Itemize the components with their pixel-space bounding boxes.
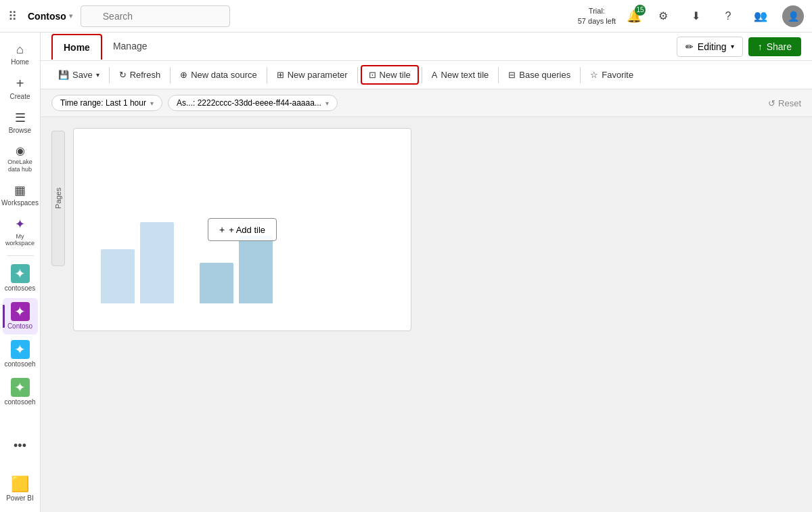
share-button[interactable]: ↑ Share: [748, 37, 801, 56]
reset-icon: ↺: [768, 98, 775, 108]
sidebar-item-more[interactable]: •••: [3, 429, 38, 462]
sidebar-item-workspaces[interactable]: ▦ Workspaces: [3, 179, 38, 211]
new-datasource-button[interactable]: ⊕ New data source: [173, 66, 264, 83]
grid-icon[interactable]: ⠿: [8, 9, 17, 24]
bar-2: [140, 222, 174, 303]
add-tile-plus-icon: +: [219, 224, 225, 235]
sidebar-item-contosoeh2[interactable]: ✦ contosoeh: [3, 374, 38, 410]
toolbar-sep-5: [422, 67, 422, 83]
notifications-button[interactable]: 🔔 15: [627, 9, 641, 24]
sidebar: ⌂ Home + Create ☰ Browse ◉ OneLakedata h…: [0, 33, 41, 512]
sidebar-label-powerbi: Power BI: [6, 494, 34, 503]
toolbar-sep-3: [267, 67, 267, 83]
toolbar-sep-2: [170, 67, 171, 83]
avatar[interactable]: 👤: [782, 5, 804, 27]
sidebar-item-onelake[interactable]: ◉ OneLakedata hub: [3, 140, 38, 177]
text-tile-icon: A: [432, 70, 438, 80]
editing-button[interactable]: ✏ Editing ▾: [677, 37, 743, 57]
tab-manage-label: Manage: [113, 41, 148, 51]
sidebar-item-myworkspace[interactable]: ✦ Myworkspace: [3, 213, 38, 252]
sidebar-item-contosoeh1[interactable]: ✦ contosoeh: [3, 336, 38, 372]
onelake-icon: ◉: [16, 144, 25, 157]
new-text-tile-button[interactable]: A New text tile: [425, 66, 495, 83]
star-icon: ☆: [590, 70, 598, 80]
toolbar-sep-1: [109, 67, 110, 83]
editing-label: Editing: [698, 41, 727, 52]
tile-icon: ⊡: [369, 70, 376, 80]
sidebar-item-contosoes1[interactable]: ✦ contosoes: [3, 260, 38, 297]
contosoes1-icon: ✦: [11, 264, 30, 283]
powerbi-icon: 🟨: [11, 475, 29, 493]
reset-button[interactable]: ↺ Reset: [768, 98, 801, 108]
time-range-label: Time range: Last 1 hour: [60, 98, 146, 108]
more-icon: •••: [14, 439, 26, 453]
save-chevron-icon: ▾: [96, 71, 99, 79]
bar-3: [200, 263, 233, 303]
contosoeh1-icon: ✦: [11, 340, 30, 359]
tab-manage[interactable]: Manage: [102, 33, 158, 61]
search-input[interactable]: [81, 5, 230, 27]
people-button[interactable]: 👥: [750, 5, 771, 27]
asset-chevron: ▾: [325, 100, 329, 107]
reset-label: Reset: [778, 98, 801, 108]
share-label: Share: [767, 41, 792, 52]
pages-handle-label: Pages: [54, 188, 62, 209]
new-parameter-button[interactable]: ⊞ New parameter: [270, 66, 355, 83]
asset-filter[interactable]: As...: 2222cccc-33dd-eeee-ff44-aaaaa... …: [168, 95, 338, 111]
add-tile-label: + Add tile: [229, 225, 265, 235]
add-tile-button[interactable]: + + Add tile: [208, 218, 277, 241]
parameter-icon: ⊞: [277, 70, 284, 80]
sidebar-item-home[interactable]: ⌂ Home: [3, 38, 38, 70]
gear-icon: ⚙: [658, 9, 668, 22]
sidebar-label-home: Home: [11, 58, 29, 66]
people-icon: 👥: [754, 9, 767, 22]
save-button[interactable]: 💾 Save ▾: [51, 66, 106, 83]
favorite-label: Favorite: [602, 70, 633, 80]
new-tile-button[interactable]: ⊡ New tile: [361, 65, 419, 85]
org-chevron-icon: ▾: [69, 12, 72, 20]
sidebar-item-create[interactable]: + Create: [3, 72, 38, 105]
toolbar-sep-4: [357, 67, 358, 83]
dashboard-area: Pages + + Add tile: [41, 117, 812, 512]
top-right-actions: ✏ Editing ▾ ↑ Share: [677, 37, 801, 57]
sidebar-label-browse: Browse: [9, 127, 31, 135]
sidebar-label-myworkspace: Myworkspace: [5, 233, 35, 248]
sidebar-item-contoso-active[interactable]: ✦ Contoso: [3, 298, 38, 335]
help-icon: ?: [725, 10, 731, 22]
sidebar-item-powerbi[interactable]: 🟨 Power BI: [3, 471, 38, 507]
new-parameter-label: New parameter: [288, 70, 348, 80]
download-button[interactable]: ⬇: [685, 5, 706, 27]
share-icon: ↑: [758, 41, 763, 52]
top-bar: ⠿ Contoso ▾ 🔍 Trial: 57 days left 🔔 15 ⚙…: [0, 0, 812, 33]
workspaces-icon: ▦: [14, 183, 26, 198]
toolbar-sep-7: [580, 67, 581, 83]
sidebar-divider: [7, 255, 34, 256]
asset-label: As...: 2222cccc-33dd-eeee-ff44-aaaaa...: [177, 98, 321, 108]
org-switcher[interactable]: Contoso ▾: [28, 11, 72, 22]
browse-icon: ☰: [15, 110, 26, 125]
refresh-button[interactable]: ↻ Refresh: [112, 66, 168, 83]
base-queries-button[interactable]: ⊟ Base queries: [501, 66, 577, 83]
pages-handle[interactable]: Pages: [51, 131, 65, 266]
sidebar-label-workspaces: Workspaces: [1, 199, 39, 207]
org-name-label: Contoso: [28, 11, 66, 22]
favorite-button[interactable]: ☆ Favorite: [583, 66, 640, 83]
sidebar-label-create: Create: [9, 93, 30, 101]
download-icon: ⬇: [692, 9, 700, 22]
edit-icon: ✏: [685, 41, 694, 52]
sidebar-label-contoso-active: Contoso: [7, 322, 32, 330]
trial-info: Trial: 57 days left: [578, 6, 616, 26]
time-range-filter[interactable]: Time range: Last 1 hour ▾: [51, 95, 162, 111]
toolbar-sep-6: [498, 67, 499, 83]
new-text-tile-label: New text tile: [441, 70, 489, 80]
sidebar-item-browse[interactable]: ☰ Browse: [3, 106, 38, 139]
contosoeh2-icon: ✦: [11, 378, 30, 397]
editing-chevron-icon: ▾: [731, 43, 734, 50]
search-wrapper: 🔍: [81, 5, 392, 27]
tab-home[interactable]: Home: [51, 34, 102, 60]
help-button[interactable]: ?: [717, 5, 739, 27]
filter-bar: Time range: Last 1 hour ▾ As...: 2222ccc…: [41, 89, 812, 117]
main-layout: ⌂ Home + Create ☰ Browse ◉ OneLakedata h…: [0, 33, 812, 512]
settings-button[interactable]: ⚙: [652, 5, 674, 27]
time-range-chevron: ▾: [150, 100, 154, 107]
